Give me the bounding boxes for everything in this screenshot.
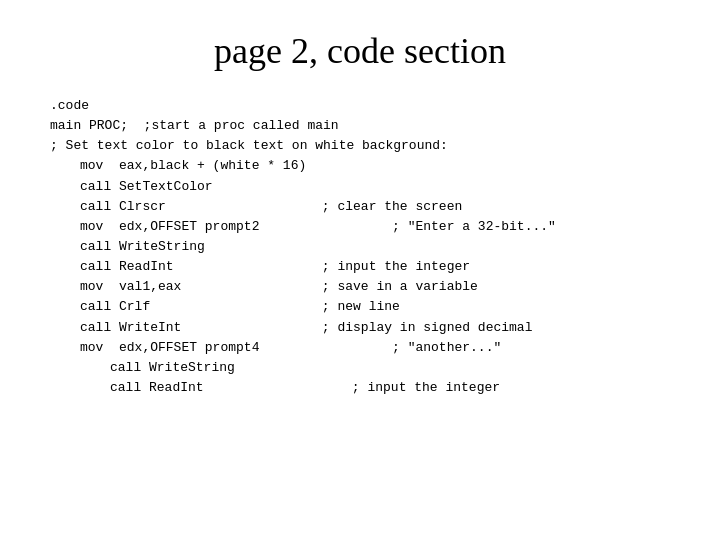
code-text: .code <box>50 96 89 116</box>
code-line: main PROC; ;start a proc called main <box>50 116 680 136</box>
code-text: ; Set text color to black text on white … <box>50 136 448 156</box>
code-line: mov val1,eax ; save in a variable <box>50 277 680 297</box>
code-text: mov val1,eax ; save in a variable <box>80 277 478 297</box>
code-line: mov edx,OFFSET prompt4 ; "another..." <box>50 338 680 358</box>
code-text: call WriteString <box>80 237 205 257</box>
code-line: call ReadInt ; input the integer <box>50 378 680 398</box>
code-text: call ReadInt ; input the integer <box>80 257 470 277</box>
code-text: mov edx,OFFSET prompt2 ; "Enter a 32-bit… <box>80 217 556 237</box>
code-line: call WriteInt ; display in signed decima… <box>50 318 680 338</box>
code-text: call WriteInt ; display in signed decima… <box>80 318 532 338</box>
code-line: call SetTextColor <box>50 177 680 197</box>
code-block: .code main PROC; ;start a proc called ma… <box>40 96 680 398</box>
code-line: mov edx,OFFSET prompt2 ; "Enter a 32-bit… <box>50 217 680 237</box>
code-text: call Crlf ; new line <box>80 297 400 317</box>
code-line: ; Set text color to black text on white … <box>50 136 680 156</box>
code-text: call WriteString <box>110 358 235 378</box>
code-line: mov eax,black + (white * 16) <box>50 156 680 176</box>
code-line: .code <box>50 96 680 116</box>
code-text: call ReadInt ; input the integer <box>110 378 500 398</box>
code-text: call SetTextColor <box>80 177 213 197</box>
page-title: page 2, code section <box>40 30 680 72</box>
code-line: call WriteString <box>50 237 680 257</box>
code-line: call Crlf ; new line <box>50 297 680 317</box>
page-container: page 2, code section .code main PROC; ;s… <box>0 0 720 540</box>
code-line: call WriteString <box>50 358 680 378</box>
code-line: call Clrscr ; clear the screen <box>50 197 680 217</box>
code-text: mov eax,black + (white * 16) <box>80 156 306 176</box>
code-line: call ReadInt ; input the integer <box>50 257 680 277</box>
code-text: call Clrscr ; clear the screen <box>80 197 462 217</box>
code-text: mov edx,OFFSET prompt4 ; "another..." <box>80 338 501 358</box>
code-text: main PROC; ;start a proc called main <box>50 116 339 136</box>
